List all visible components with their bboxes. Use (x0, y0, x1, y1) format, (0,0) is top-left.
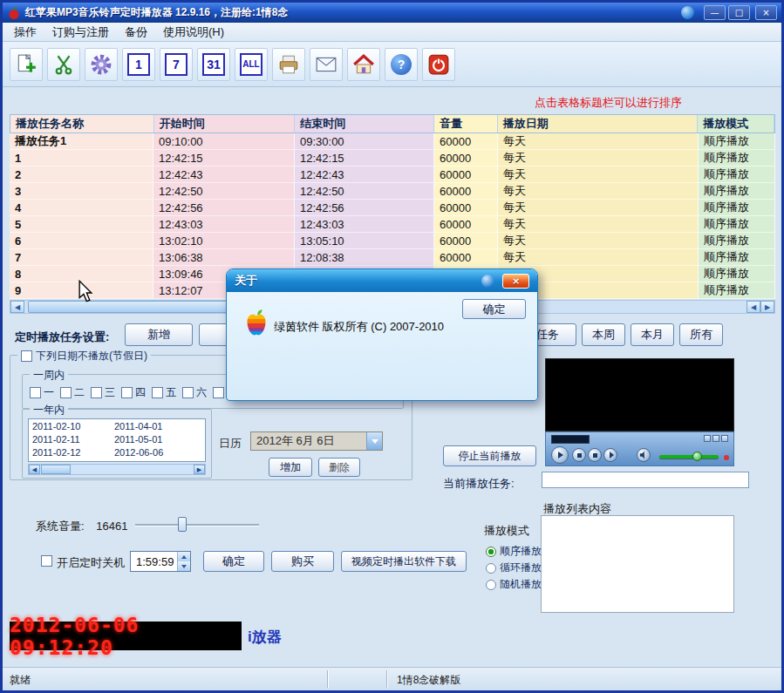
playlist-box[interactable] (541, 515, 734, 613)
day-31-button[interactable]: 31 (197, 48, 230, 81)
scrollbar-thumb[interactable] (41, 465, 71, 474)
mute-button[interactable] (637, 448, 651, 462)
stop-current-playback-button[interactable]: 停止当前播放 (443, 445, 536, 466)
shutdown-time-spinner[interactable]: 1:59:59 (130, 551, 191, 572)
next-button[interactable] (603, 448, 617, 462)
table-row[interactable]: 412:42:5612:42:5660000每天顺序播放 (10, 200, 775, 216)
player-volume-slider[interactable] (659, 455, 719, 459)
table-cell: 12:42:43 (295, 166, 434, 183)
radio-icon[interactable] (486, 563, 496, 574)
scrollbar-thumb[interactable] (28, 301, 230, 313)
weekday-checkbox[interactable] (152, 387, 163, 398)
table-row[interactable]: 713:06:3812:08:3860000每天顺序播放 (10, 249, 775, 266)
year-list-scrollbar[interactable]: ◀ ▶ (28, 464, 206, 475)
holiday-checkbox[interactable] (21, 350, 32, 362)
day-7-button[interactable]: 7 (160, 48, 193, 81)
exit-button[interactable] (422, 48, 455, 81)
settings-button[interactable] (85, 48, 118, 81)
menu-item-order-register[interactable]: 订购与注册 (44, 23, 117, 42)
mode-radio-row[interactable]: 循环播放 (486, 560, 542, 576)
menu-item-operate[interactable]: 操作 (6, 23, 44, 42)
menu-item-backup[interactable]: 备份 (117, 23, 155, 42)
calendar-dropdown[interactable]: 2012年 6月 6日 (250, 431, 383, 451)
home-button[interactable] (347, 48, 380, 81)
mode-radio-row[interactable]: 随机播放 (486, 576, 542, 593)
scroll-right-icon[interactable]: ▶ (760, 301, 774, 313)
close-button[interactable]: × (755, 5, 777, 20)
column-header-mode[interactable]: 播放模式 (698, 115, 774, 132)
buy-button[interactable]: 购买 (271, 551, 334, 572)
spin-down-button[interactable] (178, 561, 190, 571)
date-row[interactable]: 2011-02-102011-04-01 (29, 419, 205, 432)
scroll-right-icon[interactable]: ▶ (194, 465, 205, 474)
table-row[interactable]: 播放任务109:10:0009:30:0060000每天顺序播放 (10, 133, 775, 150)
dropdown-button[interactable] (366, 432, 382, 450)
date-row[interactable]: 2011-02-112011-05-01 (29, 432, 205, 445)
player-volume-thumb[interactable] (692, 452, 702, 461)
minimize-button[interactable]: — (704, 5, 726, 20)
weekday-item[interactable]: 六 (182, 385, 207, 400)
new-task-button[interactable]: 新增 (125, 323, 193, 346)
current-task-input[interactable] (542, 472, 749, 488)
add-task-button[interactable] (10, 48, 43, 81)
confirm-button[interactable]: 确定 (203, 551, 264, 572)
dialog-close-button[interactable]: × (502, 274, 529, 289)
mode-radio-row[interactable]: 顺序播放 (486, 543, 542, 560)
column-header-date[interactable]: 播放日期 (498, 115, 698, 132)
weekday-item[interactable]: 五 (152, 385, 176, 400)
stop-button-player[interactable] (588, 448, 602, 462)
delete-date-button[interactable]: 删除 (318, 458, 360, 477)
pause-button[interactable] (572, 448, 586, 462)
column-header-name[interactable]: 播放任务名称 (10, 115, 154, 132)
dialog-ok-button[interactable]: 确定 (462, 299, 526, 319)
weekday-item[interactable]: 四 (121, 385, 146, 400)
mail-button[interactable] (310, 48, 343, 81)
table-row[interactable]: 112:42:1512:42:1560000每天顺序播放 (10, 150, 775, 166)
printer-button[interactable] (272, 48, 305, 81)
menu-item-help-doc[interactable]: 使用说明(H) (155, 23, 232, 42)
table-row[interactable]: 212:42:4312:42:4360000每天顺序播放 (10, 166, 775, 183)
table-row[interactable]: 312:42:5012:42:5060000每天顺序播放 (10, 183, 775, 200)
weekday-item[interactable]: 三 (91, 385, 115, 400)
spin-up-button[interactable] (178, 552, 190, 561)
date-row[interactable]: 2011-02-122012-06-06 (29, 445, 205, 459)
player-skin-button[interactable] (712, 435, 719, 442)
weekday-checkbox[interactable] (182, 387, 194, 398)
player-skin-button[interactable] (704, 435, 711, 442)
all-days-button[interactable]: ALL (235, 48, 268, 81)
weekday-checkbox[interactable] (91, 387, 102, 398)
video-software-download-button[interactable]: 视频定时播出软件下载 (341, 551, 467, 572)
weekday-item[interactable]: 二 (60, 385, 85, 400)
column-header-end[interactable]: 结束时间 (295, 115, 434, 132)
scroll-left-icon[interactable]: ◀ (29, 465, 40, 474)
system-volume-thumb[interactable] (178, 517, 187, 532)
scroll-left-icon[interactable]: ◀ (747, 301, 760, 313)
system-volume-slider[interactable] (135, 524, 259, 527)
all-tasks-button[interactable]: 所有 (679, 323, 723, 346)
weekday-checkbox[interactable] (213, 387, 224, 398)
weekday-checkbox[interactable] (121, 387, 133, 398)
shutdown-checkbox[interactable] (41, 555, 52, 567)
maximize-button[interactable]: □ (728, 5, 750, 20)
weekday-checkbox[interactable] (60, 387, 72, 398)
weekday-label: 二 (74, 385, 85, 400)
table-row[interactable]: 512:43:0312:43:0360000每天顺序播放 (10, 216, 775, 233)
weekday-checkbox[interactable] (30, 387, 41, 398)
cut-button[interactable] (47, 48, 80, 81)
table-cell: 5 (10, 216, 153, 233)
this-week-button[interactable]: 本周 (582, 323, 625, 346)
player-skin-button[interactable] (721, 435, 728, 442)
day-1-button[interactable]: 1 (122, 48, 155, 81)
weekday-item[interactable]: 一 (30, 385, 54, 400)
year-date-list[interactable]: 2011-02-102011-04-012011-02-112011-05-01… (28, 418, 206, 462)
radio-icon[interactable] (486, 547, 496, 557)
table-row[interactable]: 613:02:1013:05:1060000每天顺序播放 (10, 233, 775, 249)
add-date-button[interactable]: 增加 (269, 458, 312, 477)
column-header-start[interactable]: 开始时间 (154, 115, 296, 132)
this-month-button[interactable]: 本月 (631, 323, 674, 346)
column-header-volume[interactable]: 音量 (434, 115, 498, 132)
play-button[interactable] (551, 446, 569, 464)
radio-icon[interactable] (486, 580, 496, 590)
scroll-left-icon[interactable]: ◀ (10, 301, 24, 313)
help-button[interactable]: ? (385, 48, 418, 81)
